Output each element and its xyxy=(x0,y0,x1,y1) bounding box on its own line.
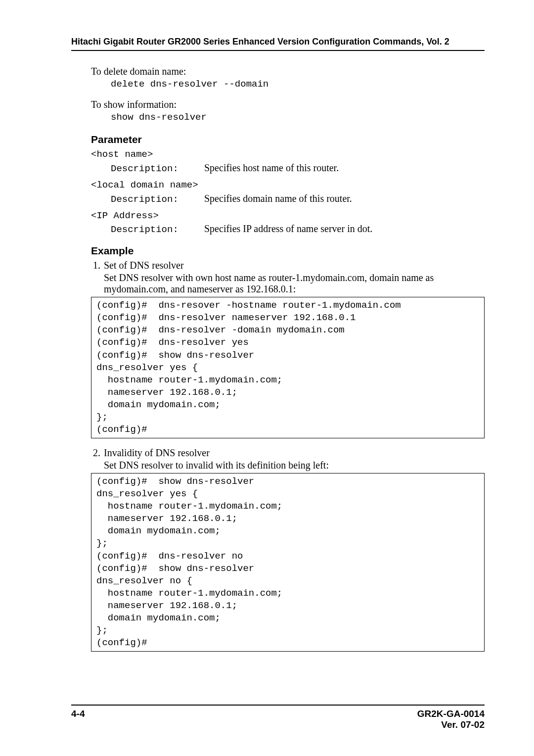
running-header: Hitachi Gigabit Router GR2000 Series Enh… xyxy=(71,37,485,51)
example-title: Invalidity of DNS resolver xyxy=(104,447,485,459)
page: Hitachi Gigabit Router GR2000 Series Enh… xyxy=(0,0,534,756)
code-block-2: (config)# show dns-resolver dns_resolver… xyxy=(91,473,485,652)
example-desc: Set DNS resolver to invalid with its def… xyxy=(104,460,485,471)
delete-domain-cmd: delete dns-resolver --domain xyxy=(111,78,485,91)
param-name-host: <host name> xyxy=(91,148,485,161)
footer-page-number: 4-4 xyxy=(71,709,85,730)
example-heading: Example xyxy=(91,245,485,257)
code-block-1: (config)# dns-resover -hostname router-1… xyxy=(91,297,485,438)
param-row: Description: Specifies IP address of nam… xyxy=(111,223,485,235)
parameter-heading: Parameter xyxy=(91,134,485,145)
example-list: Invalidity of DNS resolver Set DNS resol… xyxy=(71,447,485,471)
footer-version: Ver. 07-02 xyxy=(417,719,485,730)
footer-doc-id: GR2K-GA-0014 xyxy=(417,709,485,719)
page-footer: 4-4 GR2K-GA-0014 Ver. 07-02 xyxy=(71,705,485,730)
show-info-cmd: show dns-resolver xyxy=(111,111,485,124)
param-label: Description: xyxy=(111,163,202,174)
param-desc: Specifies domain name of this router. xyxy=(204,193,352,204)
example-item-2: Invalidity of DNS resolver Set DNS resol… xyxy=(103,447,485,471)
example-desc: Set DNS resolver with own host name as r… xyxy=(104,272,485,295)
param-name-ip: <IP Address> xyxy=(91,210,485,223)
param-desc: Specifies host name of this router. xyxy=(204,162,339,173)
delete-domain-title: To delete domain name: xyxy=(91,65,485,78)
param-name-local-domain: <local domain name> xyxy=(91,179,485,192)
param-row: Description: Specifies domain name of th… xyxy=(111,193,485,205)
param-row: Description: Specifies host name of this… xyxy=(111,162,485,174)
param-desc: Specifies IP address of name server in d… xyxy=(204,223,372,234)
example-item-1: Set of DNS resolver Set DNS resolver wit… xyxy=(103,260,485,295)
example-list: Set of DNS resolver Set DNS resolver wit… xyxy=(71,260,485,295)
show-info-title: To show information: xyxy=(91,98,485,111)
example-title: Set of DNS resolver xyxy=(104,260,485,271)
param-label: Description: xyxy=(111,194,202,205)
param-label: Description: xyxy=(111,224,202,235)
